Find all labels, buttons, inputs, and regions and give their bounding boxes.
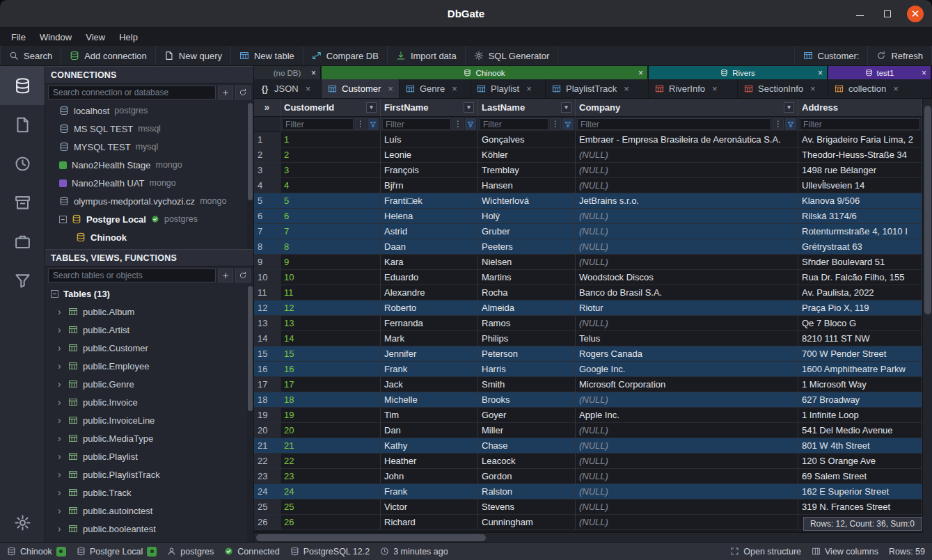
cell-CustomerId[interactable]: 25 [281,499,381,515]
cell-FirstName[interactable]: Fernanda [381,316,478,331]
table-row[interactable]: 55Franti□ekWichterlováJetBrains s.r.o.Kl… [254,193,922,209]
cell-CustomerId[interactable]: 8 [281,239,381,255]
table-item[interactable]: › public.Artist [45,321,253,339]
table-row[interactable]: 22LeonieKöhler(NULL)Theodor-Heuss-Straße… [254,147,922,163]
column-menu-icon[interactable]: ▾ [561,102,571,113]
column-menu-icon[interactable]: ▾ [366,102,377,113]
cell-CustomerId[interactable]: 3 [281,163,381,178]
cell-Address[interactable]: 120 S Orange Ave [798,454,922,469]
db-group-tab[interactable]: test1× [828,66,932,79]
row-number[interactable]: 18 [254,392,281,408]
add-connection-button[interactable]: Add connection [61,46,156,65]
row-number[interactable]: 6 [254,209,281,224]
connection-item[interactable]: MS SQL TESTmssql [45,120,253,138]
column-menu-icon[interactable]: ▾ [784,102,794,113]
cell-FirstName[interactable]: Bjřrn [381,178,478,193]
table-row[interactable]: 33FrançoisTremblay(NULL)1498 rue Bélange… [254,163,922,178]
cell-Company[interactable]: (NULL) [576,484,798,499]
table-row[interactable]: 11LuísGonçalvesEmbraer - Empresa Brasile… [254,132,922,147]
cell-Company[interactable]: (NULL) [576,255,798,270]
cell-CustomerId[interactable]: 5 [281,193,381,209]
cell-Company[interactable]: (NULL) [576,499,798,515]
cell-LastName[interactable]: Hansen [478,178,576,193]
close-tab-icon[interactable]: × [922,68,926,78]
chevron-right-icon[interactable]: › [58,469,63,480]
cell-LastName[interactable]: Almeida [478,301,576,316]
connection-item[interactable]: Nano2Health UATmongo [45,174,253,192]
collapse-icon[interactable]: − [51,290,58,298]
new-query-button[interactable]: New query [156,46,231,65]
cell-LastName[interactable]: Köhler [478,147,576,163]
new-table-button[interactable]: New table [231,46,303,65]
close-tab-icon[interactable]: × [388,83,393,94]
cell-FirstName[interactable]: Dan [381,423,478,438]
cell-Company[interactable]: Telus [576,331,798,346]
cell-CustomerId[interactable]: 9 [281,255,381,270]
rail-connections-button[interactable] [0,66,45,105]
filter-menu-icon[interactable]: ⋮ [550,118,561,130]
cell-LastName[interactable]: Wichterlová [478,193,576,209]
table-row[interactable]: 1111AlexandreRochaBanco do Brasil S.A.Av… [254,285,922,301]
table-row[interactable]: 44BjřrnHansen(NULL)Ullevĺlsveien 14 [254,178,922,193]
rail-files-button[interactable] [0,105,45,144]
cell-FirstName[interactable]: Michelle [381,392,478,408]
row-number[interactable]: 11 [254,285,281,301]
connection-item[interactable]: localhostpostgres [45,102,253,120]
cell-Company[interactable]: (NULL) [576,515,798,530]
cell-Company[interactable]: (NULL) [576,163,798,178]
cell-FirstName[interactable]: Victor [381,499,478,515]
db-group-tab[interactable]: Rivers× [649,66,828,79]
cell-Company[interactable]: Woodstock Discos [576,270,798,285]
row-number[interactable]: 9 [254,255,281,270]
cell-FirstName[interactable]: Frank [381,484,478,499]
cell-CustomerId[interactable]: 23 [281,469,381,484]
cell-FirstName[interactable]: Richard [381,515,478,530]
chevron-right-icon[interactable]: › [58,487,63,498]
filter-menu-icon[interactable]: ⋮ [452,118,464,130]
cell-Company[interactable]: Rogers Canada [576,346,798,362]
scrollbar-thumb[interactable] [248,103,253,200]
cell-Address[interactable]: Rilská 3174/6 [798,209,922,224]
cell-FirstName[interactable]: Luís [381,132,478,147]
refresh-connections-button[interactable] [235,86,251,99]
connections-scrollbar[interactable] [247,102,253,249]
table-row[interactable]: 1212RobertoAlmeidaRioturPraça Pio X, 119 [254,301,922,316]
cell-CustomerId[interactable]: 12 [281,301,381,316]
table-item[interactable]: › public.PlaylistTrack [45,465,253,483]
cell-CustomerId[interactable]: 19 [281,408,381,423]
table-item[interactable]: › public.Playlist [45,447,253,465]
cell-LastName[interactable]: Harris [478,362,576,377]
cell-CustomerId[interactable]: 10 [281,270,381,285]
cell-CustomerId[interactable]: 7 [281,224,381,239]
chevron-right-icon[interactable]: › [58,451,63,462]
cell-Company[interactable]: (NULL) [576,454,798,469]
cell-LastName[interactable]: Gruber [478,224,576,239]
chevron-right-icon[interactable]: › [58,523,63,534]
chevron-right-icon[interactable]: › [58,360,63,371]
cell-FirstName[interactable]: Astrid [381,224,478,239]
row-number[interactable]: 5 [254,193,281,209]
close-tab-icon[interactable]: × [893,83,899,94]
chevron-right-icon[interactable]: › [58,324,63,335]
cell-Company[interactable]: Apple Inc. [576,408,798,423]
row-number[interactable]: 13 [254,316,281,331]
cell-Address[interactable]: Praça Pio X, 119 [798,301,922,316]
cell-FirstName[interactable]: Tim [381,408,478,423]
row-number[interactable]: 17 [254,377,281,392]
table-row[interactable]: 1919TimGoyerApple Inc.1 Infinite Loop [254,408,922,423]
close-tab-icon[interactable]: × [452,83,457,94]
cell-LastName[interactable]: Peeters [478,239,576,255]
table-row[interactable]: 88DaanPeeters(NULL)Grétrystraat 63 [254,239,922,255]
filter-funnel-icon[interactable] [368,118,379,130]
cell-LastName[interactable]: Tremblay [478,163,576,178]
sql-generator-button[interactable]: SQL Generator [466,46,559,65]
vertical-scrollbar[interactable] [922,99,932,532]
db-group-tab[interactable]: (no DB)× [254,66,322,79]
table-row[interactable]: 2424FrankRalston(NULL)162 E Superior Str… [254,484,922,499]
filter-menu-icon[interactable]: ⋮ [355,118,366,130]
cell-Address[interactable]: 801 W 4th Street [798,438,922,454]
table-item[interactable]: › public.Album [45,303,253,321]
cell-Address[interactable]: 8210 111 ST NW [798,331,922,346]
table-row[interactable]: 1313FernandaRamos(NULL)Qe 7 Bloco G [254,316,922,331]
column-header-Company[interactable]: Company▾ [576,99,798,117]
